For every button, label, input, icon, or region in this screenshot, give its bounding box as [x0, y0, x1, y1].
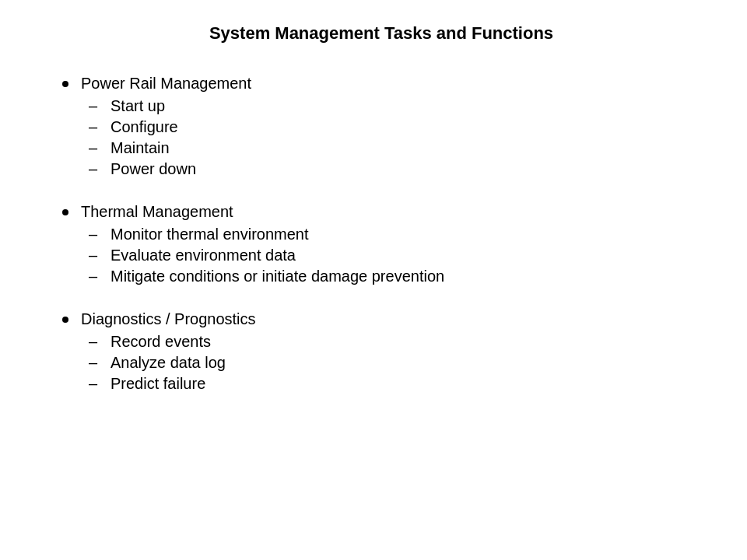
sub-item-label: Monitor thermal environment: [110, 226, 309, 243]
dash-icon: –: [89, 354, 101, 372]
section-content-diagnostics: Diagnostics / Prognostics–Record events–…: [81, 310, 700, 396]
sub-item-label: Maintain: [110, 139, 170, 157]
main-list: Power Rail Management–Start up–Configure…: [62, 75, 700, 396]
dash-icon: –: [89, 375, 101, 393]
section-content-power-rail: Power Rail Management–Start up–Configure…: [81, 75, 700, 181]
dash-icon: –: [89, 226, 101, 243]
list-item: –Start up: [89, 97, 700, 115]
dash-icon: –: [89, 247, 101, 264]
sub-item-label: Predict failure: [110, 375, 205, 393]
list-item: –Predict failure: [89, 375, 700, 393]
list-item: –Maintain: [89, 139, 700, 157]
section-label-power-rail: Power Rail Management: [81, 75, 700, 93]
list-item: –Evaluate environment data: [89, 247, 700, 264]
list-item: –Monitor thermal environment: [89, 226, 700, 243]
list-item: –Analyze data log: [89, 354, 700, 372]
sub-item-label: Start up: [110, 97, 165, 115]
bullet-icon: [62, 317, 68, 323]
section-content-thermal: Thermal Management–Monitor thermal envir…: [81, 203, 700, 289]
main-list-item-diagnostics: Diagnostics / Prognostics–Record events–…: [62, 310, 700, 396]
list-item: –Record events: [89, 333, 700, 351]
dash-icon: –: [89, 97, 101, 115]
dash-icon: –: [89, 268, 101, 285]
main-list-item-thermal: Thermal Management–Monitor thermal envir…: [62, 203, 700, 289]
sub-item-label: Mitigate conditions or initiate damage p…: [110, 268, 444, 285]
sub-item-label: Power down: [110, 160, 196, 178]
sub-item-label: Analyze data log: [110, 354, 226, 372]
main-list-item-power-rail: Power Rail Management–Start up–Configure…: [62, 75, 700, 181]
list-item: –Mitigate conditions or initiate damage …: [89, 268, 700, 285]
dash-icon: –: [89, 160, 101, 178]
sub-list-diagnostics: –Record events–Analyze data log–Predict …: [89, 333, 700, 393]
dash-icon: –: [89, 118, 101, 136]
sub-list-power-rail: –Start up–Configure–Maintain–Power down: [89, 97, 700, 178]
section-label-diagnostics: Diagnostics / Prognostics: [81, 310, 700, 328]
sub-list-thermal: –Monitor thermal environment–Evaluate en…: [89, 226, 700, 285]
bullet-icon: [62, 209, 68, 215]
dash-icon: –: [89, 139, 101, 157]
sub-item-label: Record events: [110, 333, 211, 351]
sub-item-label: Configure: [110, 118, 178, 136]
list-item: –Configure: [89, 118, 700, 136]
dash-icon: –: [89, 333, 101, 351]
page-container: System Management Tasks and Functions Po…: [0, 0, 747, 560]
bullet-icon: [62, 81, 68, 87]
list-item: –Power down: [89, 160, 700, 178]
sub-item-label: Evaluate environment data: [110, 247, 296, 264]
page-title: System Management Tasks and Functions: [62, 23, 700, 44]
section-label-thermal: Thermal Management: [81, 203, 700, 221]
